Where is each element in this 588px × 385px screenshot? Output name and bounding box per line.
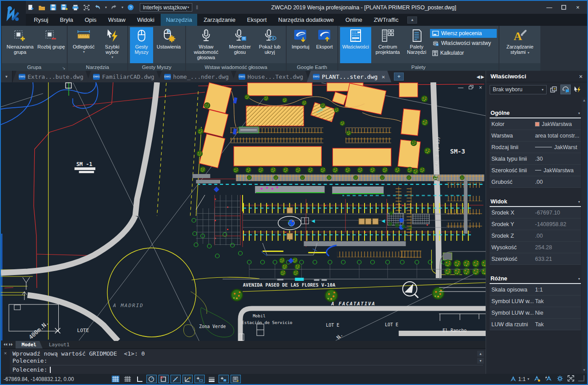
layer-properties-button[interactable]: Właściwości warstwy [430,39,497,48]
new-tab-button[interactable]: + [394,73,404,81]
help-icon[interactable]: ? [126,4,134,12]
voice-manager-button[interactable]: Menedżer głosu [225,27,255,63]
hardware-accel-icon[interactable] [231,375,241,383]
calculator-button[interactable]: Kalkulator [430,49,497,57]
doc-tab-house[interactable]: DWGHouse...Text.dwg [232,71,309,82]
save-as-icon[interactable] [60,4,68,12]
section-rozne[interactable]: Różne [490,275,581,284]
tab-scroll-left-icon[interactable]: ◀ [477,74,480,79]
prop-row-luw-rzutni[interactable]: LUW dla rzutni Tak [490,319,581,330]
tab-online[interactable]: Online [340,14,368,26]
section-widok[interactable]: Widok [490,198,581,207]
toggle-pickadd-button[interactable] [548,85,559,94]
tab-scroll-right-icon[interactable]: ▶ [481,74,484,79]
tab-wstaw[interactable]: Wstaw [103,14,131,26]
dynamic-ucs-icon[interactable] [182,375,193,383]
tab-rysuj[interactable]: Rysuj [28,14,54,26]
otrack-icon[interactable] [170,375,181,383]
command-close-icon[interactable] [4,350,7,374]
tab-opis[interactable]: Opis [79,14,102,26]
document-list-button[interactable]: ▼ [1,71,12,82]
doc-tab-home[interactable]: DWGhome_...nder.dwg [158,71,235,82]
prop-row-srodek-y[interactable]: Środek Y -1408958.82 [490,219,581,230]
close-tab-icon[interactable] [381,73,385,80]
auto-annotation-icon[interactable] [545,375,552,383]
design-center-button[interactable]: Centrum projektanta [372,27,403,63]
tab-zwtraffic[interactable]: ZWTraffic [369,14,404,26]
properties-scrollbar[interactable]: ▲ ▼ [582,97,587,373]
ge-export-button[interactable]: Eksport [313,27,336,63]
mdi-close-icon[interactable] [479,85,482,91]
layout-nav-buttons[interactable]: ⏴⏴ ⏵⏵ [1,341,16,349]
tab-narzedzia[interactable]: Narzędzia [161,14,198,26]
new-file-icon[interactable] [27,4,35,12]
dynamic-input-icon[interactable] [195,375,205,383]
scroll-down-icon[interactable]: ▼ [583,367,586,373]
settings-gear-icon[interactable] [556,375,564,383]
command-input[interactable]: Polecenie: [12,365,483,373]
annotation-visibility-icon[interactable] [533,375,541,383]
tab-eksport[interactable]: Eksport [242,14,272,26]
prop-row-rodzaj-linii[interactable]: Rodzaj linii JakWarst [490,142,581,153]
tab-bryla[interactable]: Bryła [55,14,79,26]
prop-row-symbol-luw-2[interactable]: Symbol LUW w... Nie [490,307,581,319]
grid-display-icon[interactable] [110,375,121,383]
annotation-scale-control[interactable]: 1:1 [510,376,529,382]
undo-dropdown-caret-icon[interactable] [105,5,107,9]
prop-row-symbol-luw-1[interactable]: Symbol LUW w... Tak [490,296,581,307]
close-button[interactable] [572,4,584,12]
fullscreen-icon[interactable] [568,375,574,383]
doc-tab-planta-active[interactable]: DWGPLANT...ster.dwg [307,71,391,82]
open-folder-icon[interactable] [38,4,46,12]
print-icon[interactable] [71,4,79,12]
prop-row-skala-linii[interactable]: Skala typu linii .30 [490,153,581,165]
command-window[interactable]: Wprowadź nową wartość GRIDMODE <1>: 0 Po… [1,349,486,374]
command-scroll-up-icon[interactable]: ▲ [477,351,484,357]
quick-select-panel-button[interactable] [572,85,583,94]
doc-tab-familiarcad[interactable]: DWGFamiliarCAD.dwg [87,71,160,82]
properties-palette-button[interactable]: Właściwości [340,27,371,63]
tool-palettes-button[interactable]: Palety Narzędzi [404,27,429,63]
explode-group-button[interactable]: Rozbij grupę [37,27,65,63]
cad-drawing[interactable]: SM -1 SM-3 A MADRID LOTE LOT E LOT E AVE… [1,82,486,341]
resize-grip[interactable] [578,375,584,381]
insert-voice-button[interactable]: Wstaw wiadomość głosowa [188,27,224,63]
voice-show-hide-button[interactable]: Pokaż lub ukryj [255,27,284,63]
style-manager-button[interactable]: A Zarządzanie stylami [501,27,539,63]
osnap-icon[interactable] [158,375,169,383]
prop-row-grubosc[interactable]: Grubość .00 [490,176,581,188]
save-icon[interactable] [49,4,57,12]
quick-select-button[interactable]: Szybki wybór [99,27,126,63]
tab-narzedzia-dodatkowe[interactable]: Narzędzia dodatkowe [273,14,339,26]
tab-zarzadzanie[interactable]: Zarządzanie [198,14,241,26]
lineweight-icon[interactable] [207,375,217,383]
ortho-icon[interactable] [134,375,145,383]
preview-icon[interactable] [82,4,90,12]
command-line-toggle-button[interactable]: Wiersz polecenia [430,29,497,38]
zwcad-logo-icon[interactable] [1,1,26,26]
prop-row-szerokosc-linii[interactable]: Szerokość linii JakWarstwa [490,165,581,176]
mdi-restore-icon[interactable] [469,85,474,91]
selection-dropdown[interactable]: Brak wyboru [490,85,547,94]
mouse-gestures-button[interactable]: Gesty Myszy [130,27,153,63]
select-objects-button[interactable] [560,85,571,94]
maximize-button[interactable] [558,4,569,12]
tab-widoki[interactable]: Widoki [132,14,160,26]
command-scroll-down-icon[interactable]: ▼ [477,358,484,364]
prop-row-srodek-x[interactable]: Środek X -67697.10 [490,207,581,219]
prop-row-srodek-z[interactable]: Środek Z .00 [490,230,581,242]
properties-close-icon[interactable] [579,73,583,80]
mdi-minimize-icon[interactable]: — [458,85,463,91]
redo-icon[interactable] [110,4,118,12]
gesture-settings-button[interactable]: Ustawienia [154,27,183,63]
prop-row-warstwa[interactable]: Warstwa area total constr... [490,130,581,142]
redo-dropdown-caret-icon[interactable] [122,5,123,9]
prop-row-szerokosc[interactable]: Szerokość 633.21 [490,253,581,265]
ge-import-button[interactable]: Importuj [288,27,312,63]
polar-tracking-icon[interactable] [146,375,157,383]
workspace-dropdown[interactable]: Interfejs wstążkowy [140,3,192,12]
tab-layout1[interactable]: Layout1 [43,341,76,349]
undo-icon[interactable] [93,4,101,12]
drawing-canvas[interactable]: — [1,82,486,341]
grid-icon[interactable] [122,375,133,383]
